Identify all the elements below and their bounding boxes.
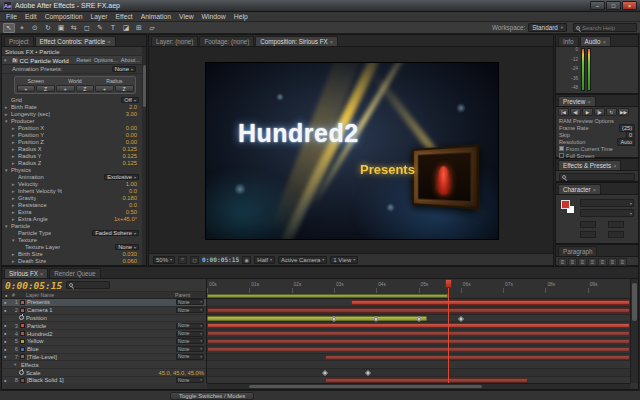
layer-row[interactable]: ●7[Title-Level]None: [2, 354, 206, 362]
toggle-switches-modes-button[interactable]: Toggle Switches / Modes: [170, 392, 254, 400]
layer-track[interactable]: [207, 322, 630, 330]
twirl-icon[interactable]: ▾: [4, 57, 10, 63]
scrollbar-thumb[interactable]: [632, 283, 637, 321]
scrollbar-thumb[interactable]: [249, 385, 482, 388]
kerning-field[interactable]: [608, 231, 624, 238]
scrollbar-thumb[interactable]: [143, 65, 146, 107]
video-switch-icon[interactable]: ●: [4, 308, 9, 313]
layer-color-swatch[interactable]: [20, 354, 25, 359]
layer-row[interactable]: ●4Hundred2None: [2, 330, 206, 338]
menu-layer[interactable]: Layer: [86, 13, 111, 20]
effect-row-position-z[interactable]: ▸Position Z0.00: [2, 138, 142, 145]
parent-dropdown[interactable]: None: [176, 299, 204, 305]
leading-field[interactable]: [608, 221, 624, 228]
tab-paragraph[interactable]: Paragraph: [558, 246, 597, 256]
effect-row-inherit-velocity[interactable]: ▸Inherit Velocity %0.0: [2, 187, 142, 194]
layer-track[interactable]: [207, 361, 630, 369]
timeline-track-area[interactable]: 00s01s02s03s04s05s06s07s08s09s: [207, 279, 630, 383]
layer-track[interactable]: [207, 307, 630, 315]
stopwatch-icon[interactable]: [19, 315, 24, 320]
parent-dropdown[interactable]: None: [176, 338, 204, 344]
eraser-tool[interactable]: ▱: [146, 23, 158, 33]
video-switch-icon[interactable]: ●: [4, 331, 9, 336]
layer-color-swatch[interactable]: [20, 339, 25, 344]
layer-name-column-header[interactable]: Layer Name: [26, 292, 173, 298]
justify-last-left-button[interactable]: ≡: [588, 258, 597, 266]
keyframe-icon[interactable]: [458, 316, 464, 322]
rotation-tool[interactable]: ↻: [42, 23, 54, 33]
snapshot-icon[interactable]: ◉: [242, 256, 251, 264]
font-style-dropdown[interactable]: [580, 209, 634, 217]
effect-row-velocity[interactable]: ▸Velocity1.00: [2, 180, 142, 187]
layer-duration-bar[interactable]: [351, 300, 630, 305]
effect-row-texture[interactable]: ▾Texture: [2, 236, 142, 243]
stopwatch-icon[interactable]: [19, 370, 24, 375]
selection-tool[interactable]: ↖: [3, 23, 15, 33]
parent-dropdown[interactable]: None: [176, 331, 204, 337]
composition-viewer[interactable]: Hundred2 Presents: [149, 47, 553, 253]
menu-view[interactable]: View: [175, 13, 198, 20]
layer-track[interactable]: [207, 338, 630, 346]
close-tab-icon[interactable]: ×: [613, 163, 616, 169]
mask-visibility-icon[interactable]: ◻: [190, 256, 199, 264]
property-value[interactable]: 0.125: [122, 153, 137, 159]
effect-row-producer[interactable]: ▾Producer: [2, 117, 142, 124]
effect-row-position-y[interactable]: ▸Position Y0.00: [2, 131, 142, 138]
hand-tool[interactable]: ⌖: [16, 23, 28, 33]
timeline-search-box[interactable]: [66, 281, 110, 289]
keyframe-icon[interactable]: [365, 370, 371, 376]
previous-frame-button[interactable]: ◀|: [570, 108, 581, 116]
menu-edit[interactable]: Edit: [21, 13, 41, 20]
parent-column-header[interactable]: Parent: [175, 292, 203, 298]
scrubber-button[interactable]: +: [17, 85, 36, 92]
timeline-horizontal-scrollbar[interactable]: [207, 383, 630, 389]
tab-effects-presets[interactable]: Effects & Presets×: [558, 160, 621, 170]
mask-shape-tool[interactable]: ◻: [81, 23, 93, 33]
twirl-icon[interactable]: ▾: [14, 362, 19, 367]
property-value[interactable]: 0.00: [126, 132, 137, 138]
tab-footage-none[interactable]: Footage: (none): [199, 36, 254, 46]
tab-sirious-fx[interactable]: Sirious FX×: [4, 268, 48, 278]
property-dropdown[interactable]: Explosive: [104, 174, 139, 180]
title-bar[interactable]: Ae Adobe After Effects - SRE FX.aep – □ …: [0, 0, 640, 12]
minimize-button[interactable]: –: [590, 1, 605, 10]
tab-effect-controls-particle[interactable]: Effect Controls: Particle×: [35, 36, 116, 46]
effect-row-birth-rate[interactable]: ▸Birth Rate2.0: [2, 103, 142, 110]
pen-tool[interactable]: ✎: [94, 23, 106, 33]
property-value[interactable]: 0.125: [122, 146, 137, 152]
property-value[interactable]: 0.180: [122, 195, 137, 201]
current-time-field[interactable]: 0:00:05:15: [5, 280, 62, 291]
layer-row[interactable]: ●6BlueNone: [2, 346, 206, 354]
layer-duration-bar[interactable]: [207, 316, 427, 321]
resolution-dropdown[interactable]: Half: [254, 256, 275, 264]
property-value[interactable]: 0.030: [122, 251, 137, 257]
align-right-button[interactable]: ≡: [578, 258, 587, 266]
justify-all-button[interactable]: ≡: [618, 258, 627, 266]
reset-link[interactable]: Reset: [76, 57, 91, 63]
brush-tool[interactable]: ◪: [120, 23, 132, 33]
tab-info[interactable]: Info: [558, 36, 579, 46]
layer-row[interactable]: Position: [2, 315, 206, 323]
video-switch-icon[interactable]: ●: [4, 354, 9, 359]
preview-option-value[interactable]: Auto: [617, 138, 635, 146]
property-value[interactable]: 3.00: [126, 111, 137, 117]
property-value[interactable]: 0.0: [129, 202, 137, 208]
layer-duration-bar[interactable]: [207, 331, 630, 336]
effect-row-birth-size[interactable]: ▸Birth Size0.030: [2, 250, 142, 257]
tracking-field[interactable]: [580, 231, 596, 238]
property-value[interactable]: 0.060: [122, 258, 137, 264]
align-left-button[interactable]: ≡: [558, 258, 567, 266]
scrubber-button[interactable]: Z: [36, 85, 55, 92]
help-search-input[interactable]: [582, 25, 634, 31]
close-button[interactable]: ×: [622, 1, 637, 10]
grid-guides-icon[interactable]: ⌗: [178, 256, 187, 264]
view-layout-dropdown[interactable]: 1 View: [330, 256, 358, 264]
property-value[interactable]: 1x+45.0°: [114, 216, 137, 222]
camera-tool[interactable]: ▣: [55, 23, 67, 33]
property-value[interactable]: 0.00: [126, 125, 137, 131]
close-tab-icon[interactable]: ×: [107, 39, 110, 45]
property-value[interactable]: 0.00: [126, 139, 137, 145]
workspace-dropdown[interactable]: Standard: [528, 23, 567, 32]
timeline-vertical-scrollbar[interactable]: [630, 279, 638, 383]
layer-track[interactable]: [207, 299, 630, 307]
